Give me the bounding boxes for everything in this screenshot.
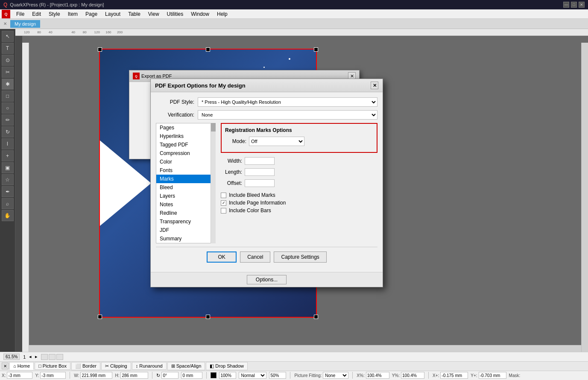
view-btn-3[interactable]	[56, 354, 63, 360]
tool-pen[interactable]: ✒	[2, 186, 14, 197]
rotation-input[interactable]	[161, 372, 178, 379]
cancel-button[interactable]: Cancel	[240, 251, 270, 263]
ok-button[interactable]: OK	[207, 251, 237, 263]
tool-zoom[interactable]: ⌕	[2, 198, 14, 209]
list-item-marks[interactable]: Marks	[156, 175, 215, 183]
maximize-button[interactable]: □	[571, 2, 577, 8]
h-input[interactable]	[120, 372, 148, 379]
capture-settings-button[interactable]: Capture Settings	[274, 251, 326, 263]
offset-input[interactable]	[245, 179, 275, 187]
tab-my-design[interactable]: My design	[10, 20, 40, 28]
tab-close-icon[interactable]: ✕	[2, 20, 9, 27]
canvas-vertical-scrollbar[interactable]	[581, 43, 588, 352]
shade-input[interactable]	[269, 372, 286, 379]
list-item-layers[interactable]: Layers	[156, 192, 215, 200]
menu-window[interactable]: Window	[187, 10, 213, 18]
tool-grid[interactable]: ▣	[2, 162, 14, 173]
list-item-compression[interactable]: Compression	[156, 149, 215, 158]
tool-scissors[interactable]: ✂	[2, 67, 14, 78]
y-input[interactable]	[40, 372, 66, 379]
include-color-bars-checkbox[interactable]	[221, 208, 226, 213]
dialog-title-bar: PDF Export Options for My design ✕	[151, 79, 383, 92]
list-item-fonts[interactable]: Fonts	[156, 166, 215, 175]
list-item-notes[interactable]: Notes	[156, 200, 215, 209]
verification-select[interactable]: None	[198, 110, 377, 120]
list-item-hyperlinks[interactable]: Hyperlinks	[156, 132, 215, 140]
menu-edit[interactable]: Edit	[29, 10, 44, 18]
menu-file[interactable]: File	[13, 10, 28, 18]
separator-4	[290, 372, 290, 379]
dialog-title: PDF Export Options for My design	[155, 82, 246, 89]
tool-arrow[interactable]: ↖	[2, 31, 14, 42]
page-nav-left[interactable]: ◂	[29, 354, 32, 360]
length-input[interactable]	[245, 168, 275, 176]
menu-item[interactable]: Item	[64, 10, 81, 18]
view-btn-1[interactable]	[41, 354, 48, 360]
canvas-horizontal-scrollbar[interactable]	[29, 345, 581, 352]
tool-type[interactable]: I	[2, 138, 14, 149]
tool-text[interactable]: T	[2, 43, 14, 54]
color-swatch[interactable]	[211, 372, 216, 378]
fitting-select[interactable]: None	[323, 372, 348, 379]
tool-pencil[interactable]: ✏	[2, 114, 14, 126]
tab-border[interactable]: ⬜ Border	[71, 362, 100, 370]
xpos-input[interactable]	[440, 372, 468, 379]
close-panel-button[interactable]: ✕	[2, 362, 9, 369]
tool-polygon[interactable]: ✱	[2, 79, 14, 90]
tool-hand[interactable]: ✋	[2, 210, 14, 221]
close-app-button[interactable]: ✕	[579, 2, 585, 8]
tab-runaround[interactable]: ↕ Runaround	[132, 362, 167, 370]
xpct-input[interactable]	[366, 372, 389, 379]
scrollbar-thumb[interactable]	[211, 123, 216, 132]
options-button[interactable]: Options...	[247, 275, 287, 284]
tool-ellipse[interactable]: ○	[2, 102, 14, 114]
pdf-style-label: PDF Style:	[156, 99, 194, 105]
w-input[interactable]	[80, 372, 112, 379]
dialog-close-button[interactable]: ✕	[371, 82, 378, 89]
blend-mode-select[interactable]: Normal	[239, 372, 266, 379]
page-nav-right[interactable]: ▸	[35, 354, 38, 360]
tab-space-align[interactable]: ⊞ Space/Align	[167, 362, 205, 370]
list-item-jdf[interactable]: JDF	[156, 226, 215, 234]
tool-star[interactable]: ☆	[2, 174, 14, 185]
menu-help[interactable]: Help	[214, 10, 231, 18]
list-scrollbar[interactable]	[211, 123, 216, 243]
tab-drop-shadow[interactable]: ◧ Drop Shadow	[206, 362, 248, 370]
ypos-input[interactable]	[479, 372, 506, 379]
left-list[interactable]: Pages Hyperlinks Tagged PDF Compression …	[156, 123, 216, 243]
mode-select[interactable]: Off	[249, 137, 304, 146]
width-input[interactable]	[245, 157, 275, 165]
list-item-bleed[interactable]: Bleed	[156, 183, 215, 192]
ypct-input[interactable]	[401, 372, 424, 379]
menu-table[interactable]: Table	[125, 10, 144, 18]
tab-home[interactable]: ⌂ Home	[9, 362, 34, 370]
list-item-color[interactable]: Color	[156, 158, 215, 166]
corner-input[interactable]	[181, 372, 202, 379]
menu-style[interactable]: Style	[45, 10, 64, 18]
view-btn-2[interactable]	[49, 354, 56, 360]
menu-page[interactable]: Page	[82, 10, 101, 18]
tool-rectangle[interactable]: □	[2, 91, 14, 102]
list-item-transparency[interactable]: Transparency	[156, 217, 215, 226]
x-input[interactable]	[7, 372, 32, 379]
opacity-input[interactable]	[219, 372, 236, 379]
list-item-pages[interactable]: Pages	[156, 123, 215, 132]
list-item-redline[interactable]: Redline	[156, 209, 215, 217]
zoom-level[interactable]: 61.5%	[3, 354, 20, 360]
menu-layout[interactable]: Layout	[102, 10, 124, 18]
pdf-style-select[interactable]: * Press - High Quality/High Resolution	[198, 97, 377, 107]
include-page-info-checkbox[interactable]	[221, 200, 226, 206]
include-bleed-checkbox[interactable]	[221, 193, 226, 198]
menu-view[interactable]: View	[145, 10, 163, 18]
tool-rotate[interactable]: ↻	[2, 126, 14, 137]
menu-utilities[interactable]: Utilities	[164, 10, 187, 18]
tab-clipping[interactable]: ✂ Clipping	[101, 362, 131, 370]
list-item-summary[interactable]: Summary	[156, 234, 215, 243]
small-dialog-logo: Q	[133, 73, 140, 79]
list-item-tagged-pdf[interactable]: Tagged PDF	[156, 140, 215, 149]
tool-crosshair[interactable]: +	[2, 150, 14, 161]
tab-picture-box[interactable]: □ Picture Box	[35, 362, 70, 370]
minimize-button[interactable]: —	[563, 2, 569, 8]
tool-link[interactable]: ⊙	[2, 55, 14, 66]
app-title: QuarkXPress (R) - [Project1.qxp : My des…	[10, 2, 104, 7]
